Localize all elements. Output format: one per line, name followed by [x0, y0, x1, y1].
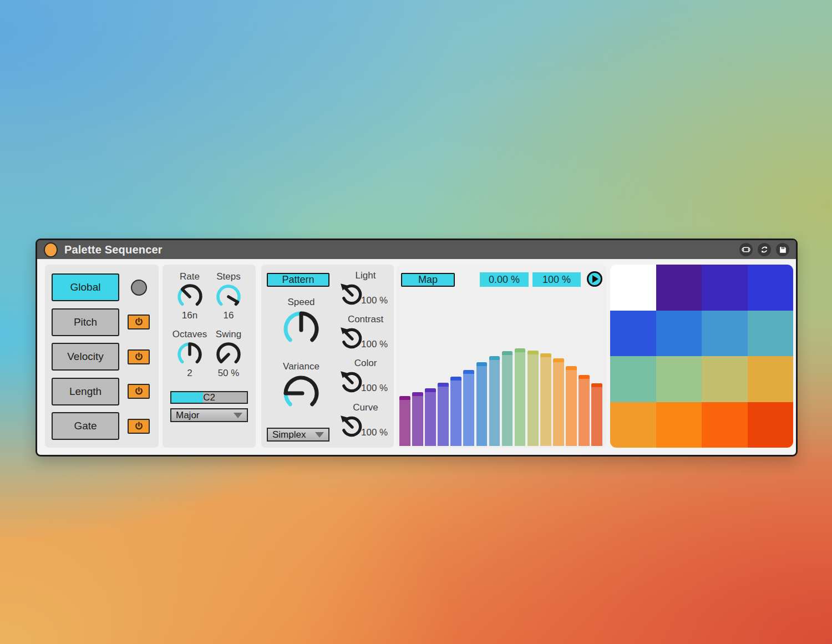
- length-power-button[interactable]: [128, 384, 150, 399]
- tab-length[interactable]: Length: [52, 378, 119, 405]
- steps-value[interactable]: 16: [224, 310, 234, 321]
- noise-type-value: Simplex: [272, 429, 315, 440]
- step-bar-cap: [399, 396, 410, 400]
- light-dial-group: Light 100 %: [339, 270, 392, 307]
- speed-knob[interactable]: [280, 308, 322, 350]
- palette-tile-r1c3[interactable]: [702, 265, 748, 311]
- save-icon[interactable]: [776, 243, 789, 256]
- curve-value[interactable]: 100 %: [361, 427, 388, 438]
- steps-knob-group: Steps 16: [209, 271, 248, 321]
- step-bar-4[interactable]: [438, 383, 449, 446]
- titlebar-icons: [739, 243, 789, 256]
- pattern-panel: Pattern Speed Variance Simplex: [261, 265, 394, 448]
- tracks-panel: Global Pitch Velocity Length: [45, 265, 159, 448]
- step-bar-7[interactable]: [476, 362, 488, 446]
- palette-tile-r4c2[interactable]: [656, 402, 702, 448]
- step-bar-11[interactable]: [527, 351, 539, 446]
- range-end-field[interactable]: 100 %: [532, 272, 581, 287]
- palette-tile-r4c1[interactable]: [610, 402, 656, 448]
- device-on-toggle[interactable]: [44, 242, 58, 257]
- speed-knob-group: Speed: [263, 297, 339, 350]
- timing-panel: Rate 16n Steps 16: [163, 265, 256, 448]
- color-label: Color: [339, 358, 392, 369]
- range-start-field[interactable]: 0.00 %: [480, 272, 529, 287]
- step-bars: [399, 348, 602, 446]
- scale-dropdown[interactable]: Major: [170, 408, 248, 422]
- pattern-button[interactable]: Pattern: [267, 273, 329, 287]
- palette-tile-r2c3[interactable]: [702, 311, 748, 357]
- step-bar-2[interactable]: [412, 392, 423, 446]
- sync-icon[interactable]: [758, 243, 771, 256]
- track-row-gate: Gate: [52, 412, 152, 440]
- rate-value[interactable]: 16n: [182, 310, 197, 321]
- swing-value[interactable]: 50 %: [218, 368, 240, 379]
- step-bar-5[interactable]: [450, 377, 461, 446]
- palette-tile-r3c4[interactable]: [748, 356, 794, 402]
- step-bar-6[interactable]: [463, 370, 474, 446]
- palette-tile-r2c2[interactable]: [656, 311, 702, 357]
- step-bar-15[interactable]: [579, 375, 590, 446]
- step-bar-cap: [553, 358, 564, 362]
- tab-pitch[interactable]: Pitch: [52, 308, 119, 336]
- step-bar-cap: [579, 375, 590, 379]
- device-titlebar: Palette Sequencer: [37, 240, 796, 259]
- speed-label: Speed: [287, 297, 314, 308]
- pitch-power-button[interactable]: [128, 315, 150, 329]
- step-bar-13[interactable]: [553, 358, 564, 446]
- gate-power-button[interactable]: [128, 419, 150, 434]
- light-label: Light: [339, 270, 392, 281]
- palette-tile-r3c2[interactable]: [656, 356, 702, 402]
- octaves-knob[interactable]: [175, 340, 204, 369]
- step-bar-16[interactable]: [591, 383, 602, 446]
- palette-tile-r1c1[interactable]: [610, 265, 656, 311]
- step-bar-9[interactable]: [502, 351, 513, 446]
- velocity-power-button[interactable]: [128, 349, 150, 364]
- palette-tile-r3c3[interactable]: [702, 356, 748, 402]
- palette-tile-r2c4[interactable]: [748, 311, 794, 357]
- map-button[interactable]: Map: [401, 273, 455, 287]
- octaves-knob-group: Octaves 2: [170, 329, 209, 379]
- step-bar-1[interactable]: [399, 396, 410, 446]
- step-bar-12[interactable]: [540, 353, 551, 446]
- step-bar-cap: [476, 362, 488, 366]
- palette-tile-r1c2[interactable]: [656, 265, 702, 311]
- palette-tile-r4c4[interactable]: [748, 402, 794, 448]
- octaves-value[interactable]: 2: [187, 368, 192, 379]
- octaves-label: Octaves: [173, 329, 207, 340]
- tab-gate[interactable]: Gate: [52, 412, 119, 440]
- palette-tile-r1c4[interactable]: [748, 265, 794, 311]
- palette-tile-r2c1[interactable]: [610, 311, 656, 357]
- step-bar-cap: [566, 366, 577, 370]
- swing-knob[interactable]: [214, 340, 243, 369]
- tab-velocity[interactable]: Velocity: [52, 343, 119, 371]
- step-bar-14[interactable]: [566, 366, 577, 446]
- light-value[interactable]: 100 %: [361, 295, 388, 306]
- rate-knob-group: Rate 16n: [170, 271, 209, 321]
- variance-knob-group: Variance: [263, 361, 339, 414]
- chevron-down-icon: [315, 432, 324, 438]
- rate-knob[interactable]: [175, 282, 204, 311]
- steps-label: Steps: [216, 271, 240, 282]
- presentation-icon[interactable]: [739, 243, 753, 256]
- color-value[interactable]: 100 %: [361, 383, 388, 394]
- step-bar-cap: [438, 383, 449, 387]
- noise-type-dropdown[interactable]: Simplex: [267, 428, 329, 442]
- step-bar-10[interactable]: [515, 348, 526, 446]
- device-title: Palette Sequencer: [64, 244, 733, 256]
- tab-global[interactable]: Global: [52, 273, 119, 301]
- contrast-value[interactable]: 100 %: [361, 339, 388, 350]
- variance-knob[interactable]: [280, 372, 322, 414]
- palette-tile-r3c1[interactable]: [610, 356, 656, 402]
- contrast-dial-group: Contrast 100 %: [339, 314, 392, 351]
- track-row-velocity: Velocity: [52, 343, 152, 371]
- step-bar-3[interactable]: [425, 388, 436, 446]
- root-note-slider[interactable]: C2: [170, 391, 248, 404]
- steps-knob[interactable]: [214, 282, 243, 311]
- step-bar-cap: [540, 353, 551, 357]
- palette-tile-r4c3[interactable]: [702, 402, 748, 448]
- step-bar-8[interactable]: [489, 356, 500, 446]
- step-bar-cap: [463, 370, 474, 374]
- root-note-value: C2: [171, 392, 247, 403]
- step-bar-cap: [489, 356, 500, 360]
- play-button[interactable]: [587, 271, 602, 287]
